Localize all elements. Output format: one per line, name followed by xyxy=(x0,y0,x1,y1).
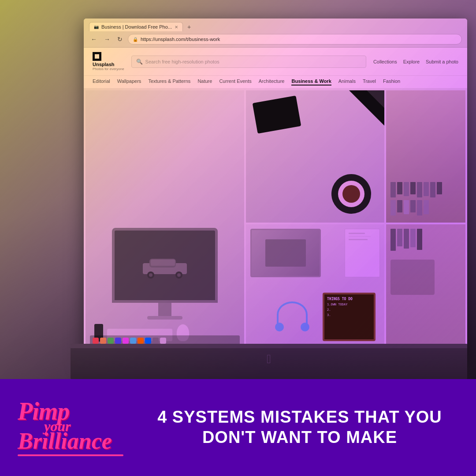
apple-logo-icon:  xyxy=(262,353,275,366)
coffee-coaster xyxy=(331,174,371,214)
cat-animals[interactable]: Animals xyxy=(338,78,356,86)
imac-screen-content xyxy=(115,231,215,300)
nav-links: Collections Explore Submit a photo xyxy=(373,59,458,64)
photo-grid: THINGS TO DO 1.OWN TODAY 2. 3. xyxy=(84,89,467,362)
tagline-text: 4 SYSTEMS MISTAKES THAT YOU DON'T WANT T… xyxy=(157,407,442,447)
site-tagline: Photos for everyone xyxy=(93,67,124,71)
shelf-row-3 xyxy=(390,229,461,251)
site-name: Unsplash xyxy=(93,62,124,67)
search-placeholder-text: Search free high-resolution photos xyxy=(145,59,219,64)
bottom-section: Pimp your Brilliance 4 SYSTEMS MISTAKES … xyxy=(0,379,476,476)
cat-fashion[interactable]: Fashion xyxy=(383,78,400,86)
cat-wallpapers[interactable]: Wallpapers xyxy=(117,78,141,86)
shelf-bottom xyxy=(386,224,465,348)
tab-title: Business | Download Free Pho... xyxy=(101,24,172,30)
address-bar-row: ← → ↻ 🔒 https://unsplash.com/t/business-… xyxy=(89,34,462,45)
shelf-decor-item xyxy=(390,260,435,295)
cat-business[interactable]: Business & Work xyxy=(291,78,331,86)
dock-icon-7 xyxy=(138,338,144,344)
search-bar[interactable]: 🔍 Search free high-resolution photos xyxy=(131,56,366,68)
phone-wallet xyxy=(253,96,301,134)
dock-icon-6 xyxy=(130,338,136,344)
book xyxy=(390,229,396,251)
dock-icon-9 xyxy=(152,338,159,344)
search-icon: 🔍 xyxy=(136,59,143,65)
photo-cell-bookshelf[interactable] xyxy=(386,90,465,223)
dock-icon-2 xyxy=(100,338,106,344)
laptop-partial xyxy=(250,229,321,277)
notebook-line xyxy=(349,233,365,234)
category-nav: Editorial Wallpapers Textures & Patterns… xyxy=(84,76,467,89)
laptop-screen-partial xyxy=(252,230,320,276)
dock-icon-8 xyxy=(145,338,151,344)
imac-illustration xyxy=(112,228,218,320)
browser-window: 📷 Business | Download Free Pho... ✕ + ← … xyxy=(84,19,467,362)
tagline-line2: DON'T WANT TO MAKE xyxy=(157,428,442,448)
notebook-line xyxy=(349,239,368,240)
triangle-decor xyxy=(349,90,384,126)
dock-icon-10 xyxy=(160,338,166,344)
notebook-line xyxy=(349,236,371,237)
todo-item-3: 3. xyxy=(327,313,371,317)
book xyxy=(397,200,402,212)
notebook-content xyxy=(345,229,379,245)
svg-point-4 xyxy=(149,273,152,277)
lock-icon: 🔒 xyxy=(133,37,138,42)
imac-screen xyxy=(112,228,218,303)
book xyxy=(430,182,435,197)
cat-architecture[interactable]: Architecture xyxy=(259,78,285,86)
coffee-cup xyxy=(338,181,364,207)
cell-1-content xyxy=(86,90,244,348)
unsplash-logo-square xyxy=(95,54,99,59)
nav-collections[interactable]: Collections xyxy=(373,59,397,64)
book xyxy=(404,182,409,196)
photo-cell-bottom-right[interactable] xyxy=(386,224,465,348)
pyb-logo: Pimp your Brilliance xyxy=(18,399,123,456)
new-tab-button[interactable]: + xyxy=(185,22,193,31)
cat-textures[interactable]: Textures & Patterns xyxy=(148,78,190,86)
headphone-cup-left xyxy=(275,323,284,331)
dock-icon-1 xyxy=(93,338,99,344)
refresh-button[interactable]: ↻ xyxy=(115,35,124,44)
book xyxy=(404,200,409,214)
nav-submit[interactable]: Submit a photo xyxy=(426,59,458,64)
logo-brilliance-text: Brilliance xyxy=(18,430,112,453)
forward-button[interactable]: → xyxy=(102,35,112,44)
todo-item-1: 1.OWN TODAY xyxy=(327,303,371,306)
tab-bar: 📷 Business | Download Free Pho... ✕ + xyxy=(89,22,462,31)
cat-travel[interactable]: Travel xyxy=(363,78,376,86)
unsplash-logo-icon xyxy=(93,52,101,61)
screen-car-image xyxy=(115,231,215,300)
logo-underline xyxy=(18,454,123,456)
cat-current-events[interactable]: Current Events xyxy=(219,78,251,86)
book xyxy=(404,229,409,249)
todo-item-2: 2. xyxy=(327,308,371,312)
imac-stand xyxy=(158,303,171,316)
tab-close-button[interactable]: ✕ xyxy=(175,25,178,30)
top-section: 📷 Business | Download Free Pho... ✕ + ← … xyxy=(0,0,476,379)
coffee-liquid xyxy=(342,185,360,203)
tagline-section: 4 SYSTEMS MISTAKES THAT YOU DON'T WANT T… xyxy=(141,407,458,447)
shelf-row-2 xyxy=(390,200,461,216)
book xyxy=(417,182,422,197)
cat-editorial[interactable]: Editorial xyxy=(93,78,110,86)
photo-cell-flatlay-desk[interactable]: THINGS TO DO 1.OWN TODAY 2. 3. xyxy=(246,224,384,348)
address-bar[interactable]: 🔒 https://unsplash.com/t/business-work xyxy=(128,34,462,45)
photo-cell-coffee-phone[interactable] xyxy=(246,90,384,223)
cat-nature[interactable]: Nature xyxy=(197,78,212,86)
car-svg xyxy=(138,252,191,279)
site-header: Unsplash Photos for everyone 🔍 Search fr… xyxy=(84,48,467,76)
back-button[interactable]: ← xyxy=(89,35,99,44)
url-text: https://unsplash.com/t/business-work xyxy=(141,37,220,42)
svg-point-5 xyxy=(177,273,181,277)
nav-explore[interactable]: Explore xyxy=(403,59,420,64)
book xyxy=(397,182,402,194)
book xyxy=(410,229,416,247)
svg-rect-6 xyxy=(151,260,175,266)
photo-cell-imac-desk[interactable] xyxy=(86,90,244,348)
book xyxy=(390,182,396,197)
notebook xyxy=(345,229,380,277)
book xyxy=(417,200,422,216)
browser-tab[interactable]: 📷 Business | Download Free Pho... ✕ xyxy=(89,22,183,31)
laptop-hinge xyxy=(71,344,467,348)
